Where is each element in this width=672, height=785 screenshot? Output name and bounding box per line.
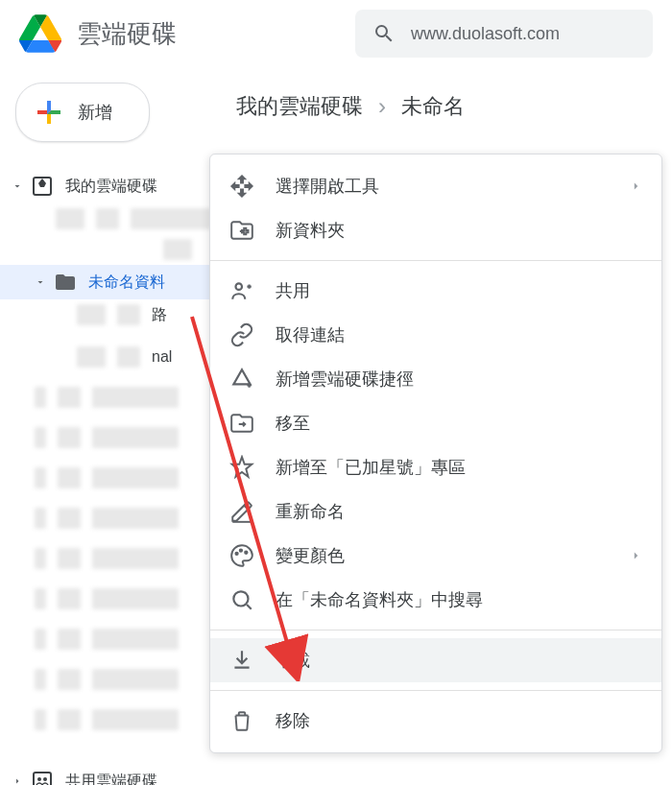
- rename-icon: [229, 499, 254, 524]
- add-shortcut-icon: [229, 367, 254, 392]
- blurred-item: [0, 203, 221, 234]
- move-to-icon: [229, 411, 254, 436]
- menu-divider: [210, 690, 661, 691]
- breadcrumb: 我的雲端硬碟 › 未命名: [221, 77, 672, 136]
- blurred-item: nal: [0, 342, 221, 372]
- caret-right-icon: [12, 775, 23, 785]
- menu-add-shortcut[interactable]: 新增雲端硬碟捷徑: [210, 357, 661, 401]
- selected-folder-row[interactable]: 未命名資料: [0, 265, 221, 299]
- menu-get-link[interactable]: 取得連結: [210, 313, 661, 357]
- blurred-item: [0, 704, 221, 735]
- blurred-item: 路: [0, 299, 221, 330]
- chevron-right-icon: [629, 179, 642, 193]
- plus-icon: [32, 95, 66, 130]
- menu-search-in[interactable]: 在「未命名資料夾」中搜尋: [210, 578, 661, 622]
- breadcrumb-item[interactable]: 我的雲端硬碟: [236, 92, 363, 121]
- blurred-item: [0, 664, 221, 695]
- chevron-right-icon: [629, 549, 642, 562]
- blurred-item: [0, 382, 221, 413]
- svg-point-2: [37, 777, 41, 781]
- blurred-item: [0, 543, 221, 574]
- menu-move-to[interactable]: 移至: [210, 401, 661, 445]
- share-icon: [229, 278, 254, 303]
- menu-download[interactable]: 下載: [210, 638, 661, 682]
- menu-rename[interactable]: 重新命名: [210, 489, 661, 534]
- menu-open-with[interactable]: 選擇開啟工具: [210, 164, 661, 208]
- blurred-item: [0, 624, 221, 654]
- breadcrumb-item[interactable]: 未命名: [401, 92, 465, 121]
- caret-down-icon: [12, 180, 23, 192]
- search-text: www.duolasoft.com: [411, 24, 560, 44]
- menu-share[interactable]: 共用: [210, 269, 661, 313]
- blurred-item: [0, 463, 221, 493]
- svg-point-5: [235, 553, 238, 556]
- shared-drive-icon: [31, 770, 54, 785]
- drive-box-icon: [31, 175, 54, 198]
- chevron-right-icon: ›: [378, 93, 386, 120]
- menu-change-color[interactable]: 變更顏色: [210, 534, 661, 578]
- my-drive-row[interactable]: 我的雲端硬碟: [0, 169, 221, 203]
- link-icon: [229, 322, 254, 347]
- my-drive-label: 我的雲端硬碟: [65, 177, 157, 197]
- folder-tree: 我的雲端硬碟 未命名資料 路 nal: [0, 161, 221, 785]
- svg-point-7: [245, 551, 248, 554]
- app-title: 雲端硬碟: [77, 17, 177, 51]
- svg-rect-1: [34, 773, 51, 785]
- trash-icon: [229, 708, 254, 733]
- menu-add-starred[interactable]: 新增至「已加星號」專區: [210, 445, 661, 489]
- blurred-item: [0, 503, 221, 534]
- palette-icon: [229, 543, 254, 568]
- svg-point-4: [236, 283, 243, 290]
- search-icon: [372, 22, 396, 45]
- drive-logo-icon: [19, 12, 61, 55]
- svg-point-6: [240, 549, 243, 552]
- new-folder-icon: [229, 218, 254, 243]
- search-in-icon: [229, 587, 254, 612]
- menu-new-folder[interactable]: 新資料夾: [210, 208, 661, 252]
- svg-point-8: [233, 591, 248, 606]
- new-label: 新增: [78, 101, 112, 124]
- svg-point-3: [43, 777, 47, 781]
- menu-divider: [210, 630, 661, 630]
- new-button[interactable]: 新增: [15, 83, 150, 142]
- search-box[interactable]: www.duolasoft.com: [355, 10, 653, 58]
- folder-icon: [54, 271, 77, 294]
- caret-down-icon: [35, 276, 46, 288]
- blurred-item: [0, 422, 221, 453]
- star-icon: [229, 455, 254, 480]
- blurred-item: [0, 234, 221, 265]
- blurred-item: [0, 583, 221, 614]
- open-with-icon: [229, 174, 254, 199]
- menu-remove[interactable]: 移除: [210, 699, 661, 743]
- selected-folder-label: 未命名資料: [88, 273, 165, 293]
- download-icon: [229, 648, 254, 673]
- shared-drives-label: 共用雲端硬碟: [65, 772, 157, 786]
- shared-drives-row[interactable]: 共用雲端硬碟: [0, 764, 221, 785]
- context-menu: 選擇開啟工具 新資料夾 共用 取得連結 新增雲端硬碟捷徑 移至 新增至「已加星號…: [209, 154, 662, 753]
- app-header: 雲端硬碟 www.duolasoft.com: [0, 0, 672, 67]
- sidebar: 新增 我的雲端硬碟 未命名資料 路 nal: [0, 67, 221, 785]
- menu-divider: [210, 260, 661, 261]
